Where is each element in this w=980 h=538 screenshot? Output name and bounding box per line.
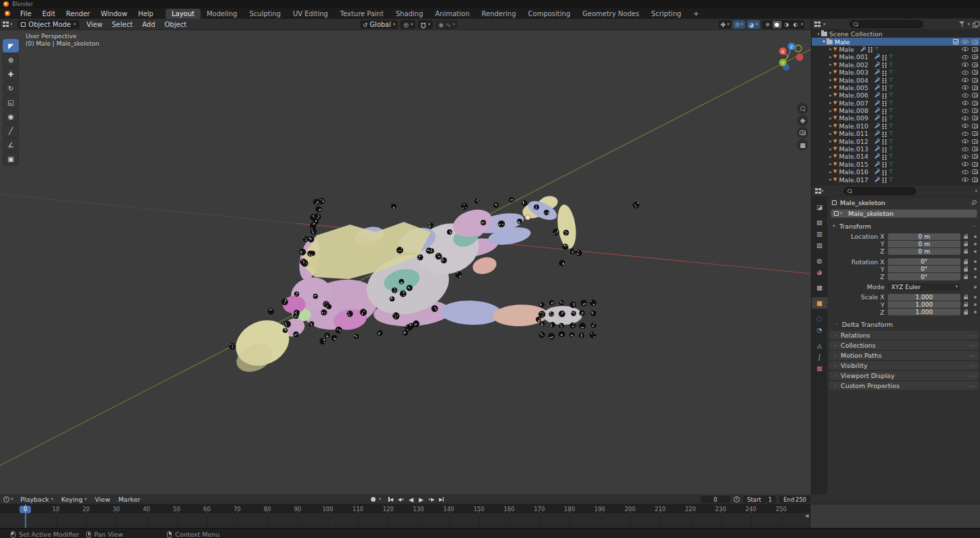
outliner-row-male-006[interactable]: ▸▼Male.006▽ [812, 91, 980, 99]
hide-eye-icon[interactable] [962, 85, 969, 89]
bone-marker[interactable] [559, 323, 563, 328]
animate-dot-icon[interactable] [974, 276, 977, 278]
disclosure-icon[interactable]: ▸ [828, 169, 833, 175]
location-value-field[interactable]: 0 m [888, 248, 960, 255]
bone-marker[interactable] [314, 219, 318, 224]
bone-marker[interactable] [544, 210, 549, 215]
jump-to-end-button[interactable]: ▶ [437, 496, 446, 504]
bone-marker[interactable] [571, 311, 576, 315]
disclosure-icon[interactable]: ▸ [828, 123, 833, 128]
disable-render-icon[interactable] [972, 147, 978, 151]
tool-rotate[interactable]: ↻ [3, 81, 19, 95]
play-reverse-button[interactable]: ◀ [407, 496, 415, 504]
panel-motion-paths[interactable]: ›Motion Paths⋯ [829, 351, 979, 360]
hide-eye-icon[interactable] [962, 139, 969, 143]
bone-marker[interactable] [510, 198, 514, 202]
panel-options-icon[interactable]: ⋯ [969, 332, 975, 339]
mode-selector[interactable]: Object Mode ▾ [18, 20, 79, 29]
panel-viewport-display[interactable]: ›Viewport Display⋯ [829, 371, 979, 381]
bone-marker[interactable] [539, 303, 544, 307]
exclude-checkbox-icon[interactable] [953, 39, 958, 44]
hide-eye-icon[interactable] [962, 93, 969, 98]
bone-marker[interactable] [230, 344, 236, 350]
animate-dot-icon[interactable] [974, 286, 977, 289]
bone-marker[interactable] [447, 229, 452, 234]
zoom-button[interactable] [797, 103, 808, 114]
outliner-row-collection-male[interactable]: ▾ Male [812, 38, 980, 45]
workspace-tab-uv-editing[interactable]: UV Editing [287, 9, 334, 19]
chevron-down-icon[interactable]: ▾ [975, 189, 977, 194]
outliner-row-male-012[interactable]: ▸▼Male.012▽ [812, 137, 980, 145]
hide-eye-icon[interactable] [962, 55, 969, 59]
disable-render-icon[interactable] [972, 54, 978, 59]
disable-render-icon[interactable] [972, 178, 978, 182]
animate-dot-icon[interactable] [974, 268, 977, 270]
bone-marker[interactable] [549, 311, 554, 316]
bone-marker[interactable] [396, 247, 403, 253]
properties-tab-scene[interactable]: ◍ [812, 255, 827, 266]
outliner-search-input[interactable] [849, 20, 923, 28]
workspace-tab-layout[interactable]: Layout [166, 9, 201, 19]
timeline-menu-marker[interactable]: Marker [114, 496, 145, 503]
bone-marker[interactable] [553, 229, 559, 235]
pivot-point-selector[interactable]: ◎ ▾ [400, 20, 415, 29]
menu-edit[interactable]: Edit [37, 9, 61, 18]
ortho-toggle-button[interactable]: ▦ [797, 139, 808, 151]
bone-marker[interactable] [590, 300, 596, 306]
hide-eye-icon[interactable] [962, 132, 969, 136]
bone-marker[interactable] [320, 338, 326, 344]
panel-options-icon[interactable]: ⋯ [969, 373, 975, 379]
bone-marker[interactable] [294, 310, 300, 315]
animate-dot-icon[interactable] [974, 260, 977, 263]
tool-annotate[interactable]: ╱ [3, 124, 19, 137]
scale-value-field[interactable]: 1.000 [888, 294, 960, 301]
menu-render[interactable]: Render [61, 9, 96, 18]
lock-icon[interactable] [964, 274, 969, 280]
workspace-tab-shading[interactable]: Shading [390, 9, 429, 19]
scale-value-field[interactable]: 1.000 [888, 309, 960, 315]
properties-tab-constraints[interactable]: ◔ [812, 324, 827, 336]
lock-icon[interactable] [964, 241, 969, 247]
bone-marker[interactable] [311, 229, 317, 235]
disable-render-icon[interactable] [972, 85, 978, 90]
bone-marker[interactable] [336, 327, 342, 333]
bone-marker[interactable] [435, 253, 442, 259]
playhead-frame-badge[interactable]: 0 [20, 506, 31, 513]
animate-dot-icon[interactable] [974, 250, 977, 253]
outliner-row-male-017[interactable]: ▸▼Male.017▽ [812, 176, 980, 183]
outliner-row-male-009[interactable]: ▸▼Male.009▽ [812, 114, 980, 122]
workspace-tab-rendering[interactable]: Rendering [475, 9, 522, 19]
disable-render-icon[interactable] [972, 70, 978, 75]
animate-dot-icon[interactable] [974, 235, 977, 238]
bone-marker[interactable] [284, 321, 291, 328]
bone-marker[interactable] [539, 332, 545, 338]
disable-render-icon[interactable] [972, 108, 978, 113]
properties-tab-bone[interactable]: ∫ [812, 351, 827, 362]
outliner-row-male-007[interactable]: ▸▼Male.007▽ [812, 100, 980, 107]
bone-marker[interactable] [570, 249, 575, 254]
disable-render-icon[interactable] [972, 101, 978, 106]
bone-marker[interactable] [354, 334, 359, 339]
lock-icon[interactable] [964, 295, 969, 300]
timeline-menu-playback[interactable]: Playback▾ [16, 496, 57, 503]
workspace-tab-sculpting[interactable]: Sculpting [243, 9, 287, 19]
bone-marker[interactable] [394, 314, 399, 319]
jump-to-start-button[interactable]: ◀ [386, 496, 395, 504]
new-collection-icon[interactable] [973, 22, 978, 27]
properties-tab-collection[interactable]: ▦ [812, 282, 827, 293]
rotation-value-field[interactable]: 0° [888, 273, 960, 280]
bone-marker[interactable] [392, 288, 397, 293]
bone-marker[interactable] [319, 198, 324, 204]
outliner-row-male-011[interactable]: ▸▼Male.011▽ [812, 130, 980, 137]
bone-marker[interactable] [563, 230, 569, 235]
outliner-row-male-014[interactable]: ▸▼Male.014▽ [812, 153, 980, 160]
filter-icon[interactable] [959, 22, 965, 27]
panel-options-icon[interactable]: ⋯ [969, 352, 975, 359]
bone-marker[interactable] [549, 333, 555, 339]
disclosure-icon[interactable]: ▾ [821, 39, 827, 44]
workspace-tab-animation[interactable]: Animation [429, 9, 476, 19]
bone-marker[interactable] [570, 323, 575, 328]
bone-marker[interactable] [268, 309, 274, 315]
properties-tab-texture[interactable]: ▩ [812, 362, 827, 374]
prev-keyframe-button[interactable]: ◀• [396, 496, 405, 504]
